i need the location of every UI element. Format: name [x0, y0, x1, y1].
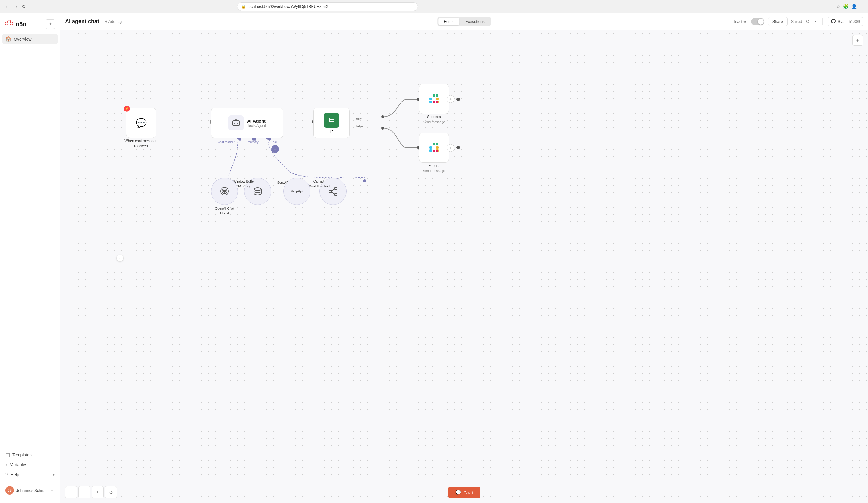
bottom-toolbar: ⛶ − + ↺: [65, 486, 117, 498]
success-plus-button[interactable]: +: [447, 95, 455, 103]
svg-rect-37: [433, 94, 435, 97]
ai-agent-node-wrapper: AI Agent Tools Agent Chat Model * Memory…: [211, 108, 283, 138]
sidebar-item-templates[interactable]: ◫ Templates: [2, 449, 58, 460]
canvas-zoom-add-button[interactable]: +: [852, 35, 863, 46]
sidebar-bottom: JS Johannes Schn... ···: [0, 481, 60, 500]
tab-editor[interactable]: Editor: [438, 18, 459, 25]
zoom-in-button[interactable]: +: [92, 486, 104, 498]
tab-executions[interactable]: Executions: [460, 18, 490, 25]
call-n8n-label: Call n8n Workflow Tool: [309, 179, 330, 189]
url-text: localhost:5678/workflow/xWy6Oj5TBEUHzo5X: [248, 4, 329, 9]
true-label: true: [356, 115, 363, 123]
saved-text: Saved: [791, 19, 802, 24]
svg-rect-46: [436, 143, 438, 146]
sidebar-logo: n8n +: [0, 17, 60, 34]
tool-plus-wrapper: +: [271, 145, 279, 153]
browser-nav: ← → ↻: [3, 2, 27, 11]
ai-agent-node[interactable]: AI Agent Tools Agent Chat Model * Memory…: [211, 108, 283, 138]
star-browser-icon[interactable]: ☆: [836, 3, 840, 9]
ai-agent-title: AI Agent: [247, 118, 266, 124]
memory-dot: [254, 138, 257, 141]
lightning-icon: ⚡: [124, 106, 130, 112]
chat-trigger-icon: 💬: [136, 118, 147, 128]
success-label: Success Send message: [423, 114, 445, 125]
chat-button[interactable]: 💬 Chat: [448, 487, 480, 498]
tool-label: Tool: [271, 140, 277, 144]
app-container: n8n + 🏠 Overview ◫ Templates x Variables: [0, 13, 868, 503]
reset-zoom-button[interactable]: ↺: [105, 486, 117, 498]
back-button[interactable]: ←: [3, 2, 11, 11]
profile-icon[interactable]: 👤: [851, 3, 857, 9]
sidebar-item-overview[interactable]: 🏠 Overview: [2, 34, 58, 44]
help-chevron: ▾: [53, 473, 54, 477]
trigger-label: When chat message received: [124, 138, 157, 149]
failure-plus-button[interactable]: +: [447, 144, 455, 152]
sidebar-nav: 🏠 Overview: [0, 34, 60, 240]
success-node[interactable]: [419, 84, 449, 114]
trigger-node[interactable]: ⚡ 💬: [126, 108, 156, 138]
browser-actions: ☆ 🧩 👤 ⋮: [836, 3, 865, 9]
menu-icon[interactable]: ⋮: [860, 3, 865, 9]
user-more-icon[interactable]: ···: [51, 488, 54, 493]
star-button[interactable]: Star 51,309: [828, 17, 863, 26]
chat-button-label: Chat: [464, 490, 473, 495]
extensions-icon[interactable]: 🧩: [843, 3, 849, 9]
svg-point-2: [10, 22, 13, 25]
sidebar-item-help[interactable]: ? Help ▾: [2, 470, 58, 480]
inactive-label: Inactive: [734, 19, 747, 24]
svg-rect-49: [433, 150, 435, 152]
svg-rect-45: [433, 143, 435, 146]
collapse-sidebar-button[interactable]: ‹: [116, 254, 124, 262]
if-node[interactable]: If true false: [313, 108, 350, 138]
chat-model-label: Chat Model *: [218, 140, 235, 144]
svg-rect-47: [436, 146, 438, 149]
sidebar-item-variables[interactable]: x Variables: [2, 460, 58, 470]
failure-node-wrapper: Failure Send message +: [419, 133, 449, 163]
svg-point-15: [381, 126, 384, 129]
avatar: JS: [6, 486, 14, 495]
failure-label: Failure Send message: [423, 163, 445, 174]
tool-add-button[interactable]: +: [271, 145, 279, 153]
browser-bar: ← → ↻ 🔒 localhost:5678/workflow/xWy6Oj5T…: [0, 0, 868, 13]
svg-point-14: [456, 97, 460, 101]
if-label: If: [330, 129, 333, 134]
add-workflow-button[interactable]: +: [45, 19, 55, 29]
active-toggle[interactable]: [751, 18, 764, 25]
svg-rect-52: [329, 190, 331, 193]
help-icon: ?: [6, 472, 8, 478]
forward-button[interactable]: →: [12, 2, 19, 11]
home-icon: 🏠: [6, 36, 11, 42]
serpapi-label: SerpAPI: [277, 180, 290, 185]
more-button[interactable]: ···: [813, 18, 818, 25]
svg-point-28: [234, 123, 235, 124]
add-tag-button[interactable]: + Add tag: [103, 18, 124, 25]
workflow-canvas[interactable]: ⚡ 💬 When chat message received: [60, 30, 868, 503]
tool-dot: [268, 138, 271, 141]
overview-label: Overview: [14, 37, 31, 42]
svg-rect-50: [436, 150, 438, 152]
address-bar[interactable]: 🔒 localhost:5678/workflow/xWy6Oj5TBEUHzo…: [237, 2, 418, 11]
toggle-knob: [758, 19, 764, 25]
user-row[interactable]: JS Johannes Schn... ···: [2, 484, 58, 497]
fullscreen-button[interactable]: ⛶: [65, 486, 77, 498]
reset-icon: ↺: [109, 490, 113, 495]
svg-point-26: [363, 179, 366, 182]
sidebar: n8n + 🏠 Overview ◫ Templates x Variables: [0, 13, 60, 503]
star-label: Star: [838, 19, 845, 24]
sidebar-item-templates[interactable]: [2, 44, 58, 49]
templates-label: Templates: [12, 452, 32, 457]
zoom-out-button[interactable]: −: [79, 486, 90, 498]
logo-icon: [5, 20, 13, 28]
share-button[interactable]: Share: [768, 17, 787, 26]
history-button[interactable]: ↺: [806, 19, 809, 24]
lock-icon: 🔒: [241, 4, 246, 9]
github-icon: [831, 19, 836, 24]
svg-rect-36: [430, 101, 432, 103]
ai-agent-icon-bg: [228, 115, 244, 130]
failure-node[interactable]: [419, 133, 449, 163]
refresh-button[interactable]: ↻: [21, 2, 27, 11]
svg-point-10: [381, 115, 384, 118]
canvas-connections: [60, 30, 868, 503]
success-node-wrapper: Success Send message +: [419, 84, 449, 114]
memory-label: Memory: [248, 140, 259, 144]
